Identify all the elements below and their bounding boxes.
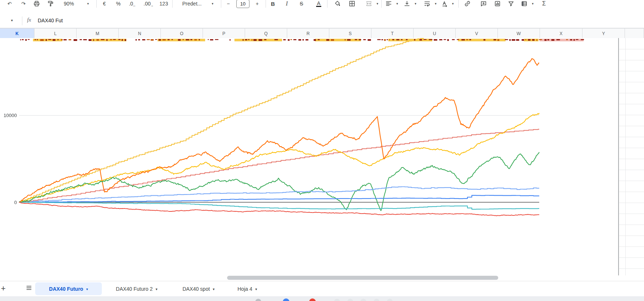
column-header-N[interactable]: N bbox=[119, 29, 161, 38]
toolbar-divider bbox=[381, 0, 382, 8]
font-size-value[interactable]: 10 bbox=[236, 0, 249, 8]
increase-decimals-button[interactable]: .00→ bbox=[143, 0, 155, 9]
sheet-tab-hoja-4[interactable]: Hoja 4▾ bbox=[230, 282, 264, 295]
font-select-label: Predet... bbox=[182, 1, 202, 7]
column-headers: KLMNOPQRSTUVWXY bbox=[0, 28, 644, 39]
toolbar: ↶↷90%▾€%.0←.00→123Predet...▾−10+BISA▾▾▾▾… bbox=[0, 0, 644, 14]
table-views-icon[interactable] bbox=[519, 0, 529, 9]
paint-format-icon[interactable] bbox=[45, 0, 56, 9]
column-header-Y[interactable]: Y bbox=[582, 29, 625, 38]
zoom-select-button[interactable]: 90% bbox=[63, 0, 75, 9]
increase-font-size-button[interactable]: + bbox=[252, 0, 262, 9]
column-header-O[interactable]: O bbox=[161, 29, 203, 38]
horizontal-align-dropdown-icon[interactable]: ▾ bbox=[396, 2, 398, 5]
text-rotation-dropdown-icon[interactable]: ▾ bbox=[452, 2, 454, 5]
font-size-button[interactable]: 10 bbox=[236, 0, 249, 9]
decrease-font-size-button[interactable]: − bbox=[223, 0, 233, 9]
undo-label: ↶ bbox=[7, 1, 12, 7]
column-header-W[interactable]: W bbox=[498, 29, 540, 38]
vertical-align-icon[interactable] bbox=[402, 0, 412, 9]
y-axis-tick-0: 0 bbox=[0, 200, 17, 205]
sheet-tab-dax40-spot[interactable]: DAX40 spot▾ bbox=[173, 282, 224, 295]
merge-cells-dropdown-icon[interactable]: ▾ bbox=[377, 2, 378, 5]
format-currency-button[interactable]: € bbox=[99, 0, 110, 9]
borders-icon[interactable] bbox=[347, 0, 357, 9]
functions-label: Σ bbox=[542, 0, 546, 7]
insert-chart-icon[interactable] bbox=[492, 0, 503, 9]
increase-font-size-label: + bbox=[256, 1, 259, 7]
redo-button[interactable]: ↷ bbox=[18, 0, 29, 9]
vertical-align-dropdown-icon[interactable]: ▾ bbox=[415, 2, 417, 5]
insert-comment-icon[interactable] bbox=[478, 0, 489, 9]
sheet-tab-label: DAX40 Futuro bbox=[49, 286, 83, 292]
sheet-tab-dropdown-icon[interactable]: ▾ bbox=[86, 287, 88, 291]
sheet-tab-dax40-futuro-2[interactable]: DAX40 Futuro 2▾ bbox=[106, 282, 168, 295]
bold-label: B bbox=[271, 1, 275, 7]
toolbar-divider bbox=[327, 0, 327, 8]
column-header-R[interactable]: R bbox=[287, 29, 329, 38]
format-percent-label: % bbox=[116, 1, 121, 7]
horizontal-scrollbar-thumb[interactable] bbox=[227, 276, 498, 280]
text-wrapping-icon[interactable] bbox=[422, 0, 432, 9]
dock-dot-5 bbox=[360, 299, 366, 301]
sheet-tab-dax40-futuro[interactable]: DAX40 Futuro▾ bbox=[35, 282, 102, 295]
column-header-S[interactable]: S bbox=[329, 29, 371, 38]
font-select-dropdown-icon[interactable]: ▾ bbox=[212, 2, 214, 5]
hamburger-icon bbox=[26, 285, 32, 293]
decrease-font-size-label: − bbox=[227, 1, 230, 7]
bold-button[interactable]: B bbox=[268, 0, 278, 9]
dock-dot-6 bbox=[374, 299, 380, 301]
print-icon[interactable] bbox=[32, 0, 42, 9]
add-sheet-button[interactable]: + bbox=[0, 284, 8, 293]
spreadsheet-app: ↶↷90%▾€%.0←.00→123Predet...▾−10+BISA▾▾▾▾… bbox=[0, 0, 644, 301]
zoom-select-label: 90% bbox=[64, 1, 74, 7]
decrease-decimals-button[interactable]: .0← bbox=[127, 0, 138, 9]
text-rotation-icon[interactable] bbox=[440, 0, 450, 9]
fill-color-icon[interactable] bbox=[332, 0, 343, 9]
italic-label: I bbox=[286, 0, 288, 7]
sheet-tab-dropdown-icon[interactable]: ▾ bbox=[156, 287, 158, 291]
italic-button[interactable]: I bbox=[282, 0, 292, 9]
text-color-button[interactable]: A bbox=[314, 0, 324, 9]
increase-decimals-arrow: → bbox=[150, 4, 153, 7]
create-filter-icon[interactable] bbox=[506, 0, 516, 9]
column-header-U[interactable]: U bbox=[414, 29, 456, 38]
all-sheets-menu-button[interactable] bbox=[23, 284, 34, 293]
functions-button[interactable]: Σ bbox=[539, 0, 549, 9]
text-wrapping-dropdown-icon[interactable]: ▾ bbox=[435, 2, 437, 5]
y-axis-tick-10000: 10000 bbox=[0, 113, 17, 118]
column-header-M[interactable]: M bbox=[77, 29, 119, 38]
dock-dot-0 bbox=[255, 299, 261, 301]
horizontal-align-icon[interactable] bbox=[384, 0, 394, 9]
column-header-V[interactable]: V bbox=[456, 29, 498, 38]
font-select-button[interactable]: Predet... bbox=[176, 0, 208, 9]
toolbar-divider bbox=[458, 0, 459, 8]
strikethrough-button[interactable]: S bbox=[296, 0, 307, 9]
column-header-P[interactable]: P bbox=[203, 29, 245, 38]
toolbar-divider bbox=[96, 0, 97, 8]
sheet-tab-dropdown-icon[interactable]: ▾ bbox=[213, 287, 215, 291]
column-header-T[interactable]: T bbox=[371, 29, 414, 38]
strikethrough-label: S bbox=[300, 1, 303, 7]
formula-input[interactable]: DAX40 Fut bbox=[38, 18, 63, 23]
column-header-X[interactable]: X bbox=[540, 29, 582, 38]
column-header-Q[interactable]: Q bbox=[245, 29, 287, 38]
column-header-partial[interactable] bbox=[625, 29, 644, 38]
table-views-dropdown-icon[interactable]: ▾ bbox=[532, 2, 534, 5]
embedded-chart[interactable]: 10000 0 bbox=[0, 38, 644, 275]
name-box-dropdown-icon[interactable]: ▾ bbox=[11, 18, 13, 22]
undo-button[interactable]: ↶ bbox=[4, 0, 15, 9]
zoom-select-dropdown-icon[interactable]: ▾ bbox=[87, 2, 89, 5]
decrease-decimals-arrow: ← bbox=[133, 4, 136, 7]
insert-link-icon[interactable] bbox=[462, 0, 473, 9]
sheet-tab-label: DAX40 spot bbox=[182, 286, 210, 292]
more-formats-button[interactable]: 123 bbox=[158, 0, 170, 9]
format-percent-button[interactable]: % bbox=[113, 0, 123, 9]
column-header-K[interactable]: K bbox=[0, 29, 34, 38]
merge-cells-icon bbox=[364, 0, 374, 9]
column-header-L[interactable]: L bbox=[34, 29, 77, 38]
sheet-tab-bar: + DAX40 Futuro▾DAX40 Futuro 2▾DAX40 spot… bbox=[0, 281, 644, 297]
toolbar-divider bbox=[221, 0, 221, 8]
fx-icon: fx bbox=[27, 17, 31, 23]
sheet-tab-dropdown-icon[interactable]: ▾ bbox=[255, 287, 257, 291]
